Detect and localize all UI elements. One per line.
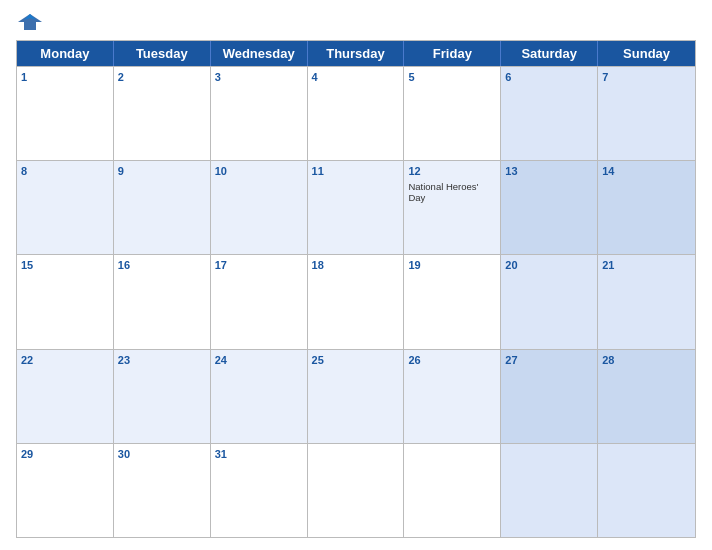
calendar-cell: 27 bbox=[501, 350, 598, 443]
cell-date-number: 26 bbox=[408, 353, 496, 367]
calendar-cell bbox=[404, 444, 501, 537]
calendar-cell: 13 bbox=[501, 161, 598, 254]
cell-date-number: 29 bbox=[21, 447, 109, 461]
cell-date-number: 11 bbox=[312, 164, 400, 178]
cell-date-number: 3 bbox=[215, 70, 303, 84]
page: MondayTuesdayWednesdayThursdayFridaySatu… bbox=[0, 0, 712, 550]
calendar-cell bbox=[308, 444, 405, 537]
calendar-row: 15161718192021 bbox=[17, 254, 695, 348]
cell-date-number: 21 bbox=[602, 258, 691, 272]
calendar-cell: 20 bbox=[501, 255, 598, 348]
cal-header-tuesday: Tuesday bbox=[114, 41, 211, 66]
calendar-cell: 24 bbox=[211, 350, 308, 443]
calendar-cell: 2 bbox=[114, 67, 211, 160]
cell-date-number: 17 bbox=[215, 258, 303, 272]
logo-bird-icon bbox=[16, 12, 44, 34]
cell-date-number: 4 bbox=[312, 70, 400, 84]
calendar-cell: 8 bbox=[17, 161, 114, 254]
cell-date-number: 15 bbox=[21, 258, 109, 272]
cell-date-number: 20 bbox=[505, 258, 593, 272]
cell-date-number: 30 bbox=[118, 447, 206, 461]
cell-date-number: 24 bbox=[215, 353, 303, 367]
cal-header-thursday: Thursday bbox=[308, 41, 405, 66]
cal-header-saturday: Saturday bbox=[501, 41, 598, 66]
calendar-cell: 26 bbox=[404, 350, 501, 443]
calendar-cell: 17 bbox=[211, 255, 308, 348]
cal-header-wednesday: Wednesday bbox=[211, 41, 308, 66]
calendar-cell: 1 bbox=[17, 67, 114, 160]
calendar-row: 293031 bbox=[17, 443, 695, 537]
cell-date-number: 28 bbox=[602, 353, 691, 367]
calendar-body: 123456789101112National Heroes' Day13141… bbox=[17, 66, 695, 537]
calendar-header: MondayTuesdayWednesdayThursdayFridaySatu… bbox=[17, 41, 695, 66]
cell-date-number: 2 bbox=[118, 70, 206, 84]
cell-date-number: 12 bbox=[408, 164, 496, 178]
cell-date-number: 18 bbox=[312, 258, 400, 272]
cell-event: National Heroes' Day bbox=[408, 181, 496, 204]
calendar-cell: 12National Heroes' Day bbox=[404, 161, 501, 254]
calendar-row: 22232425262728 bbox=[17, 349, 695, 443]
cell-date-number: 25 bbox=[312, 353, 400, 367]
cal-header-friday: Friday bbox=[404, 41, 501, 66]
cell-date-number: 16 bbox=[118, 258, 206, 272]
cell-date-number: 5 bbox=[408, 70, 496, 84]
cell-date-number: 19 bbox=[408, 258, 496, 272]
calendar: MondayTuesdayWednesdayThursdayFridaySatu… bbox=[16, 40, 696, 538]
cell-date-number: 9 bbox=[118, 164, 206, 178]
calendar-cell: 6 bbox=[501, 67, 598, 160]
calendar-cell: 10 bbox=[211, 161, 308, 254]
calendar-cell: 31 bbox=[211, 444, 308, 537]
cell-date-number: 10 bbox=[215, 164, 303, 178]
calendar-cell bbox=[598, 444, 695, 537]
calendar-cell: 15 bbox=[17, 255, 114, 348]
calendar-cell: 16 bbox=[114, 255, 211, 348]
calendar-cell bbox=[501, 444, 598, 537]
calendar-cell: 9 bbox=[114, 161, 211, 254]
header bbox=[16, 12, 696, 34]
calendar-cell: 14 bbox=[598, 161, 695, 254]
calendar-cell: 3 bbox=[211, 67, 308, 160]
cal-header-sunday: Sunday bbox=[598, 41, 695, 66]
cell-date-number: 13 bbox=[505, 164, 593, 178]
cell-date-number: 7 bbox=[602, 70, 691, 84]
calendar-cell: 11 bbox=[308, 161, 405, 254]
cell-date-number: 22 bbox=[21, 353, 109, 367]
calendar-cell: 28 bbox=[598, 350, 695, 443]
calendar-cell: 18 bbox=[308, 255, 405, 348]
calendar-cell: 23 bbox=[114, 350, 211, 443]
calendar-cell: 21 bbox=[598, 255, 695, 348]
cell-date-number: 14 bbox=[602, 164, 691, 178]
cell-date-number: 23 bbox=[118, 353, 206, 367]
cell-date-number: 27 bbox=[505, 353, 593, 367]
calendar-row: 89101112National Heroes' Day1314 bbox=[17, 160, 695, 254]
calendar-cell: 30 bbox=[114, 444, 211, 537]
calendar-cell: 7 bbox=[598, 67, 695, 160]
calendar-cell: 29 bbox=[17, 444, 114, 537]
calendar-cell: 4 bbox=[308, 67, 405, 160]
calendar-cell: 19 bbox=[404, 255, 501, 348]
cell-date-number: 31 bbox=[215, 447, 303, 461]
cell-date-number: 6 bbox=[505, 70, 593, 84]
calendar-cell: 22 bbox=[17, 350, 114, 443]
calendar-row: 1234567 bbox=[17, 66, 695, 160]
cal-header-monday: Monday bbox=[17, 41, 114, 66]
calendar-cell: 5 bbox=[404, 67, 501, 160]
logo bbox=[16, 12, 48, 34]
cell-date-number: 1 bbox=[21, 70, 109, 84]
calendar-cell: 25 bbox=[308, 350, 405, 443]
cell-date-number: 8 bbox=[21, 164, 109, 178]
